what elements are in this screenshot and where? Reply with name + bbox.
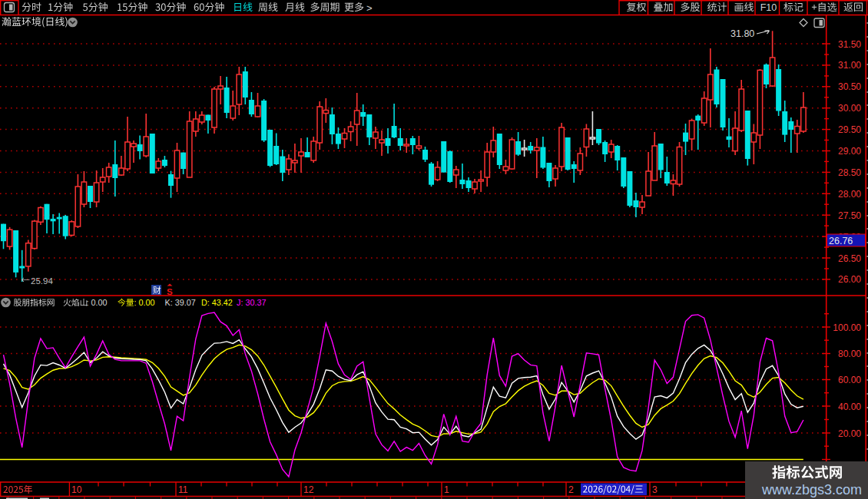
svg-text:60.00: 60.00 xyxy=(838,375,861,385)
svg-text:10: 10 xyxy=(71,484,82,495)
svg-text:30.00: 30.00 xyxy=(838,103,861,114)
svg-text:1: 1 xyxy=(444,484,449,495)
svg-text:26.76: 26.76 xyxy=(829,236,853,246)
svg-text:F10: F10 xyxy=(760,2,777,13)
svg-text:12: 12 xyxy=(303,484,314,495)
svg-text:>: > xyxy=(366,2,373,14)
svg-text:K: 39.07: K: 39.07 xyxy=(165,298,196,307)
svg-text:25.94: 25.94 xyxy=(31,276,53,286)
svg-text:31.50: 31.50 xyxy=(838,39,861,50)
svg-text:26.50: 26.50 xyxy=(838,253,861,264)
svg-text:40.00: 40.00 xyxy=(838,402,861,412)
svg-text:: 0.00: : 0.00 xyxy=(134,298,155,307)
svg-text:S: S xyxy=(167,287,173,296)
svg-text:20.00: 20.00 xyxy=(838,428,861,439)
svg-text:31.80: 31.80 xyxy=(731,28,754,39)
svg-text:: 0.00: : 0.00 xyxy=(87,298,108,307)
svg-text:2: 2 xyxy=(568,484,574,495)
svg-text:28.00: 28.00 xyxy=(838,189,861,200)
svg-text:28.50: 28.50 xyxy=(838,167,861,178)
svg-text:3: 3 xyxy=(652,484,658,495)
svg-text:J: 30.37: J: 30.37 xyxy=(237,298,266,307)
svg-text:26.00: 26.00 xyxy=(838,274,861,285)
svg-text:11: 11 xyxy=(178,484,188,495)
svg-text:80.00: 80.00 xyxy=(838,349,861,359)
svg-text:www.zbgs3.com: www.zbgs3.com xyxy=(761,482,862,497)
svg-text:D: 43.42: D: 43.42 xyxy=(201,298,233,307)
svg-text:31.00: 31.00 xyxy=(838,60,861,71)
svg-text:30.50: 30.50 xyxy=(838,81,861,92)
svg-text:29.00: 29.00 xyxy=(838,146,861,157)
svg-text:27.50: 27.50 xyxy=(838,210,861,221)
svg-text:100.00: 100.00 xyxy=(833,322,861,333)
svg-text:29.50: 29.50 xyxy=(838,124,861,135)
